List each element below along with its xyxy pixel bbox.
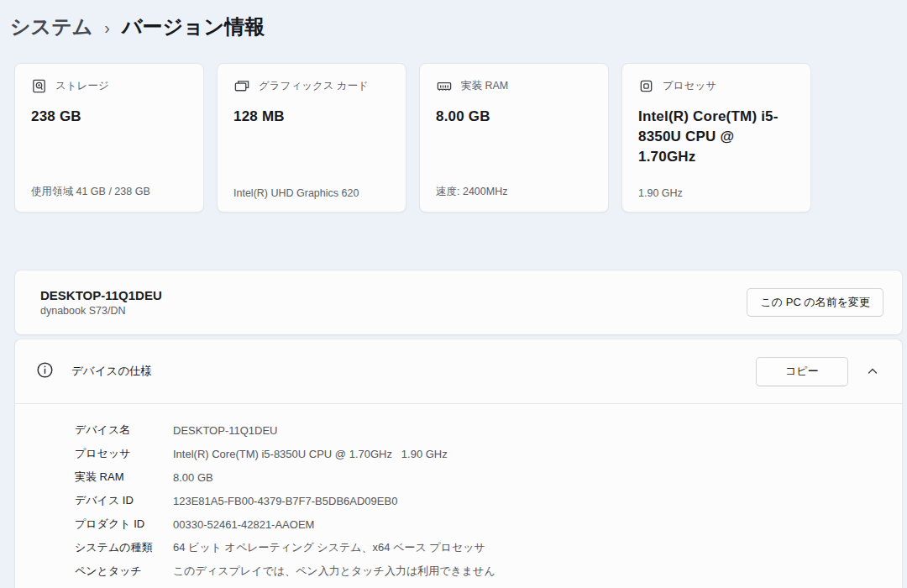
spec-label: プロダクト ID bbox=[75, 517, 173, 532]
spec-value: 00330-52461-42821-AAOEM bbox=[173, 518, 314, 531]
spec-row-device-id: デバイス ID 123E81A5-FB00-4379-B7F7-B5DB6AD0… bbox=[75, 489, 902, 512]
card-title: ストレージ bbox=[55, 79, 109, 93]
breadcrumb-separator-icon: › bbox=[104, 17, 110, 38]
card-value: 128 MB bbox=[233, 107, 390, 127]
ram-icon bbox=[436, 78, 453, 94]
processor-card: プロセッサ Intel(R) Core(TM) i5-8350U CPU @ 1… bbox=[621, 63, 811, 213]
device-name: DESKTOP-11Q1DEU bbox=[40, 288, 162, 302]
spec-value: Intel(R) Core(TM) i5-8350U CPU @ 1.70GHz… bbox=[173, 448, 448, 460]
breadcrumb: システム › バージョン情報 bbox=[10, 13, 265, 40]
spec-value: このディスプレイでは、ペン入力とタッチ入力は利用できません bbox=[173, 564, 495, 579]
device-specs-header[interactable]: デバイスの仕様 コピー bbox=[15, 339, 902, 404]
spec-value: DESKTOP-11Q1DEU bbox=[173, 424, 278, 437]
spec-label: 実装 RAM bbox=[75, 470, 173, 485]
card-title: 実装 RAM bbox=[461, 79, 508, 93]
card-title: プロセッサ bbox=[663, 79, 716, 93]
graphics-card-icon bbox=[233, 78, 250, 94]
spec-label: デバイス名 bbox=[75, 423, 173, 438]
device-specs-table: デバイス名 DESKTOP-11Q1DEU プロセッサ Intel(R) Cor… bbox=[15, 404, 902, 583]
spec-row-system-type: システムの種類 64 ビット オペレーティング システム、x64 ベース プロセ… bbox=[75, 536, 902, 559]
breadcrumb-item-system[interactable]: システム bbox=[10, 13, 92, 40]
card-subtitle: 使用領域 41 GB / 238 GB bbox=[31, 185, 187, 199]
device-specs-panel: デバイスの仕様 コピー デバイス名 DESKTOP-11Q1DEU プロセッサ … bbox=[14, 339, 903, 588]
settings-about-page: { "breadcrumb": { "parent": "システム", "sep… bbox=[0, 0, 907, 588]
card-title: グラフィックス カード bbox=[259, 79, 369, 93]
spec-row-ram: 実装 RAM 8.00 GB bbox=[75, 465, 902, 489]
card-subtitle: 1.90 GHz bbox=[638, 187, 794, 199]
card-value: Intel(R) Core(TM) i5-8350U CPU @ 1.70GHz bbox=[638, 107, 794, 167]
rename-pc-button[interactable]: この PC の名前を変更 bbox=[747, 288, 883, 317]
processor-icon bbox=[638, 78, 654, 94]
card-subtitle: Intel(R) UHD Graphics 620 bbox=[233, 187, 390, 199]
spec-value: 123E81A5-FB00-4379-B7F7-B5DB6AD09EB0 bbox=[173, 495, 397, 507]
spec-label: デバイス ID bbox=[75, 493, 173, 508]
spec-row-pen-touch: ペンとタッチ このディスプレイでは、ペン入力とタッチ入力は利用できません bbox=[75, 559, 902, 583]
spec-label: プロセッサ bbox=[75, 446, 173, 461]
card-subtitle: 速度: 2400MHz bbox=[436, 185, 592, 199]
device-name-panel: DESKTOP-11Q1DEU dynabook S73/DN この PC の名… bbox=[14, 270, 903, 335]
card-value: 238 GB bbox=[31, 107, 187, 127]
storage-card: ストレージ 238 GB 使用領域 41 GB / 238 GB bbox=[14, 63, 204, 213]
spec-value: 64 ビット オペレーティング システム、x64 ベース プロセッサ bbox=[173, 540, 485, 555]
page-title: バージョン情報 bbox=[122, 13, 265, 40]
spec-value: 8.00 GB bbox=[173, 471, 213, 484]
spec-row-processor: プロセッサ Intel(R) Core(TM) i5-8350U CPU @ 1… bbox=[75, 442, 902, 465]
chevron-up-icon[interactable] bbox=[864, 363, 881, 380]
device-model: dynabook S73/DN bbox=[40, 305, 162, 317]
spec-row-device-name: デバイス名 DESKTOP-11Q1DEU bbox=[75, 418, 902, 442]
storage-icon bbox=[31, 78, 47, 94]
device-specs-title: デバイスの仕様 bbox=[71, 364, 152, 379]
copy-button[interactable]: コピー bbox=[756, 357, 848, 386]
spec-row-product-id: プロダクト ID 00330-52461-42821-AAOEM bbox=[75, 512, 902, 536]
ram-card: 実装 RAM 8.00 GB 速度: 2400MHz bbox=[419, 63, 609, 213]
graphics-card: グラフィックス カード 128 MB Intel(R) UHD Graphics… bbox=[217, 63, 406, 213]
card-value: 8.00 GB bbox=[436, 107, 592, 127]
summary-cards: ストレージ 238 GB 使用領域 41 GB / 238 GB グラフィックス… bbox=[14, 63, 811, 213]
info-icon bbox=[35, 360, 55, 383]
spec-label: ペンとタッチ bbox=[75, 564, 173, 579]
spec-label: システムの種類 bbox=[75, 540, 173, 555]
